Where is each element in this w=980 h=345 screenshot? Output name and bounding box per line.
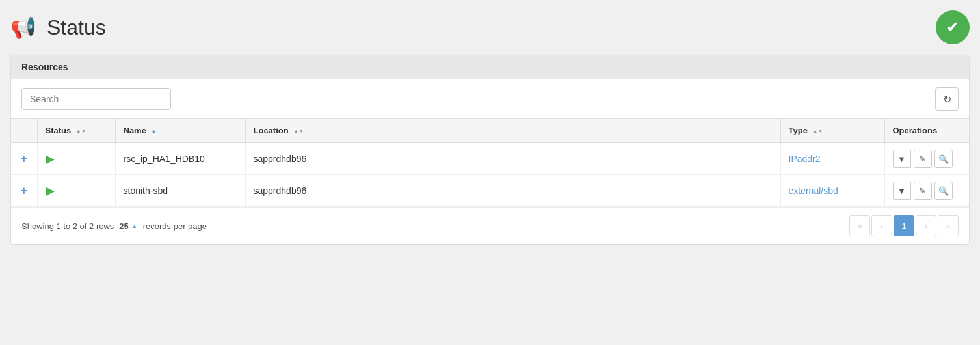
running-icon-1: ▶ (46, 184, 55, 197)
page-prev-button[interactable]: ‹ (871, 215, 892, 236)
table-header-row: Status ▲▼ Name ▲ Location ▲▼ Type ▲▼ (11, 119, 969, 143)
toolbar: ↻ (11, 79, 969, 119)
col-operations-header: Operations (884, 119, 969, 143)
col-name-header: Name ▲ (115, 119, 245, 143)
resources-header: Resources (11, 55, 969, 79)
megaphone-icon: 📢 (10, 15, 36, 40)
type-sort-icon[interactable]: ▲▼ (813, 129, 823, 134)
per-page-control[interactable]: 25 ▲ (119, 221, 137, 231)
per-page-label: records per page (143, 221, 207, 231)
expand-button-1[interactable]: + (20, 184, 27, 198)
status-ok-badge: ✔ (936, 10, 970, 44)
location-cell-1: sapprdhdb96 (245, 175, 780, 207)
ops-edit-button-1[interactable]: ✎ (914, 182, 932, 200)
location-cell-0: sapprdhdb96 (245, 143, 780, 175)
ops-edit-button-0[interactable]: ✎ (914, 150, 932, 168)
ops-cell-0: ▼ ✎ 🔍 (884, 143, 969, 175)
ops-search-button-1[interactable]: 🔍 (934, 182, 953, 200)
ops-search-button-0[interactable]: 🔍 (934, 150, 953, 168)
table-footer: Showing 1 to 2 of 2 rows 25 ▲ records pe… (11, 207, 969, 244)
running-icon-0: ▶ (46, 152, 55, 165)
checkmark-icon: ✔ (946, 18, 959, 36)
ops-dropdown-button-1[interactable]: ▼ (893, 182, 911, 200)
table-row: + ▶ rsc_ip_HA1_HDB10 sapprdhdb96 IPaddr2… (11, 143, 969, 175)
location-sort-icon[interactable]: ▲▼ (293, 129, 304, 134)
resources-label: Resources (21, 62, 68, 72)
col-expand-header (11, 119, 37, 143)
type-cell-0: IPaddr2 (780, 143, 884, 175)
col-status-header: Status ▲▼ (37, 119, 115, 143)
expand-cell-1: + (11, 175, 37, 207)
per-page-value: 25 (119, 221, 128, 231)
search-input[interactable] (21, 88, 171, 110)
showing-text: Showing 1 to 2 of 2 rows (21, 221, 114, 231)
status-cell-1: ▶ (37, 175, 115, 207)
name-cell-1: stonith-sbd (115, 175, 245, 207)
status-sort-icon[interactable]: ▲▼ (76, 129, 86, 134)
per-page-arrow-icon: ▲ (131, 223, 138, 230)
type-cell-1: external/sbd (780, 175, 884, 207)
page-title: Status (47, 16, 106, 40)
type-link-1[interactable]: external/sbd (789, 186, 838, 196)
page-header: 📢 Status ✔ (10, 10, 970, 44)
col-location-header: Location ▲▼ (245, 119, 780, 143)
page-1-button[interactable]: 1 (894, 215, 914, 236)
resources-panel: Resources ↻ Status ▲▼ Name ▲ (10, 55, 970, 245)
refresh-icon: ↻ (943, 93, 951, 105)
ops-dropdown-button-0[interactable]: ▼ (893, 150, 911, 168)
expand-button-0[interactable]: + (20, 152, 27, 166)
ops-cell-1: ▼ ✎ 🔍 (884, 175, 969, 207)
table-row: + ▶ stonith-sbd sapprdhdb96 external/sbd… (11, 175, 969, 207)
expand-cell-0: + (11, 143, 37, 175)
status-cell-0: ▶ (37, 143, 115, 175)
type-link-0[interactable]: IPaddr2 (789, 154, 821, 164)
resources-table: Status ▲▼ Name ▲ Location ▲▼ Type ▲▼ (11, 119, 969, 207)
page-next-button[interactable]: › (916, 215, 936, 236)
refresh-button[interactable]: ↻ (935, 87, 959, 111)
pagination: « ‹ 1 › » (849, 215, 959, 236)
col-type-header: Type ▲▼ (780, 119, 884, 143)
page-first-button[interactable]: « (849, 215, 870, 236)
name-sort-icon[interactable]: ▲ (152, 129, 157, 134)
name-cell-0: rsc_ip_HA1_HDB10 (115, 143, 245, 175)
page-last-button[interactable]: » (938, 215, 959, 236)
